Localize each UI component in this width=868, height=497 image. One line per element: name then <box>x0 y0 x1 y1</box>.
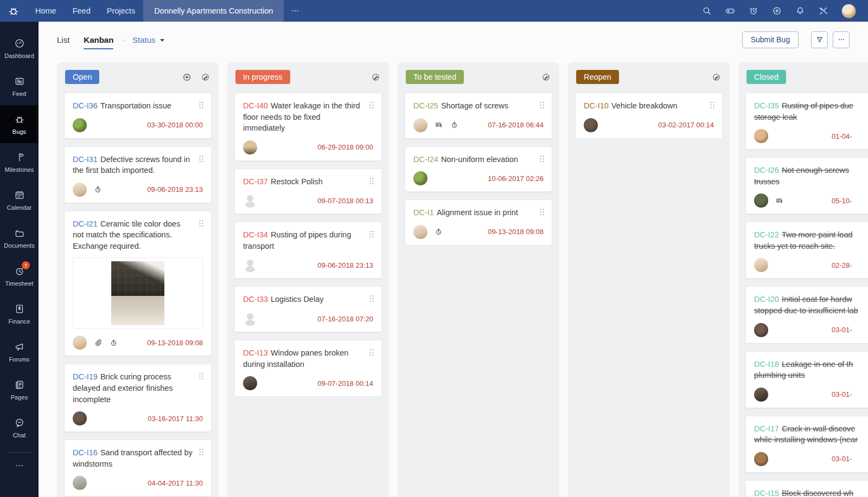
drag-handle-icon[interactable] <box>538 208 546 220</box>
bug-id-link[interactable]: DC-I26 <box>754 166 779 175</box>
bug-id-link[interactable]: DC-I1 <box>413 208 434 217</box>
bug-card[interactable]: DC-I40Water leakage in the third floor n… <box>234 93 382 161</box>
toolbar-separator: · <box>122 35 125 44</box>
more-options-button[interactable] <box>833 31 850 48</box>
user-avatar[interactable] <box>841 4 856 18</box>
bug-card[interactable]: DC-I10Vehicle breakdown03-02-2017 00:14 <box>575 93 723 139</box>
sidebar-item-forums[interactable]: Forums <box>0 333 39 371</box>
bug-card[interactable]: DC-I1Alignment issue in print09-13-2018 … <box>405 199 552 246</box>
bug-card[interactable]: DC-I21Ceramic tile color does not match … <box>64 211 212 357</box>
group-by-select[interactable]: Status <box>132 35 164 44</box>
bug-id-link[interactable]: DC-I10 <box>584 101 609 110</box>
nav-more-projects[interactable] <box>284 0 307 22</box>
sidebar-item-pages[interactable]: Pages <box>0 371 39 409</box>
bug-id-link[interactable]: DC-I34 <box>243 230 268 239</box>
bug-card[interactable]: DC-I25Shortage of screws07-16-2018 06:44 <box>405 93 552 139</box>
bug-card[interactable]: DC-I24Non-uniform elevation10-06-2017 02… <box>405 146 552 192</box>
bug-card[interactable]: DC-I13Window panes broken during install… <box>234 340 382 397</box>
nav-tab-feed[interactable]: Feed <box>65 0 99 22</box>
drag-handle-icon[interactable] <box>197 448 205 460</box>
bug-card[interactable]: DC-I26Not enough screws trusses05-10- <box>745 157 868 214</box>
sidebar-more[interactable] <box>0 455 39 476</box>
bug-card[interactable]: DC-I35Rusting of pipes due storage leak0… <box>745 93 868 150</box>
drag-handle-icon[interactable] <box>368 348 375 360</box>
nav-tab-projects[interactable]: Projects <box>99 0 143 22</box>
bug-card[interactable]: DC-I20Initial coat for hardw stopped due… <box>745 286 868 343</box>
bug-id-link[interactable]: DC-I13 <box>243 348 268 357</box>
bug-card-head: DC-I10Vehicle breakdown <box>584 100 714 112</box>
drag-handle-icon[interactable] <box>368 294 375 306</box>
bug-id-link[interactable]: DC-I17 <box>754 424 779 433</box>
column-status-badge: Closed <box>746 70 786 84</box>
sidebar-item-milestones[interactable]: Milestones <box>0 143 39 181</box>
assignee-avatar <box>754 129 768 143</box>
bug-id-link[interactable]: DC-I33 <box>243 295 268 304</box>
bug-id-link[interactable]: DC-I22 <box>754 230 779 239</box>
sidebar-item-chat[interactable]: Chat <box>0 409 39 447</box>
bug-id-link[interactable]: DC-I20 <box>754 295 779 304</box>
sidebar-item-timesheet[interactable]: 7Timesheet <box>0 257 39 295</box>
bug-card[interactable]: DC-I18Leakage in one of th plumbing unit… <box>745 351 868 408</box>
customize-icon[interactable] <box>200 72 210 82</box>
tools-icon[interactable] <box>818 5 829 16</box>
customize-icon[interactable] <box>541 72 551 82</box>
customize-icon[interactable] <box>371 72 381 82</box>
bug-id-link[interactable]: DC-I24 <box>413 155 438 164</box>
bug-id-link[interactable]: DC-I16 <box>73 448 98 457</box>
drag-handle-icon[interactable] <box>368 101 375 113</box>
notifications-icon[interactable] <box>795 5 806 16</box>
bug-card-footer: 03-02-2017 00:14 <box>584 118 714 132</box>
view-tab-kanban[interactable]: Kanban <box>84 35 113 44</box>
bug-card-footer: 03-01- <box>754 388 868 402</box>
assignee-avatar <box>584 118 598 132</box>
sidebar-item-feed[interactable]: Feed <box>0 67 39 105</box>
bug-attachment-preview[interactable] <box>73 257 203 329</box>
view-tab-list[interactable]: List <box>57 35 69 44</box>
bug-card[interactable]: DC-I37Restock Polish09-07-2018 00:13 <box>234 169 382 215</box>
nav-tab-home[interactable]: Home <box>27 0 65 22</box>
bug-id-link[interactable]: DC-I15 <box>754 489 779 497</box>
ellipsis-icon <box>14 460 25 471</box>
submit-bug-button[interactable]: Submit Bug <box>742 31 799 48</box>
bug-id-link[interactable]: DC-I35 <box>754 101 779 110</box>
drag-handle-icon[interactable] <box>538 154 546 166</box>
bug-card[interactable]: DC-I15Block discovered wh <box>745 480 868 497</box>
bug-id-link[interactable]: DC-I19 <box>73 372 98 381</box>
bug-card[interactable]: DC-I36Transportation issue03-30-2018 00:… <box>64 93 212 139</box>
drag-handle-icon[interactable] <box>368 230 375 242</box>
bug-id-link[interactable]: DC-I21 <box>73 220 98 228</box>
bug-id-link[interactable]: DC-I36 <box>73 101 98 110</box>
add-icon[interactable] <box>771 5 782 16</box>
drag-handle-icon[interactable] <box>197 219 205 231</box>
bug-id-link[interactable]: DC-I40 <box>243 101 268 110</box>
plus-icon[interactable] <box>182 72 192 82</box>
drag-handle-icon[interactable] <box>197 101 205 113</box>
bug-id-link[interactable]: DC-I37 <box>243 177 268 186</box>
sidebar-item-finance[interactable]: Finance <box>0 295 39 333</box>
drag-handle-icon[interactable] <box>538 101 546 113</box>
bug-card[interactable]: DC-I19Brick curing process delayed and e… <box>64 364 212 432</box>
drag-handle-icon[interactable] <box>197 372 205 384</box>
bug-card[interactable]: DC-I17Crack in wall discove while instal… <box>745 416 868 473</box>
bug-card[interactable]: DC-I22Two more paint load trucks yet to … <box>745 222 868 279</box>
alarm-icon[interactable] <box>748 5 759 16</box>
drag-handle-icon[interactable] <box>368 177 375 189</box>
customize-icon[interactable] <box>711 72 722 82</box>
filter-button[interactable] <box>811 31 828 48</box>
bug-card[interactable]: DC-I31Defective screws found in the firs… <box>64 146 212 203</box>
games-icon[interactable] <box>725 5 736 16</box>
drag-handle-icon[interactable] <box>709 101 716 113</box>
bug-id-link[interactable]: DC-I31 <box>73 155 98 164</box>
bug-id-link[interactable]: DC-I18 <box>754 360 779 369</box>
bug-card[interactable]: DC-I33Logistics Delay07-16-2018 07:20 <box>234 286 382 332</box>
bug-card[interactable]: DC-I34Rusting of pipes during transport0… <box>234 222 382 279</box>
drag-handle-icon[interactable] <box>197 154 205 166</box>
nav-tab-active-project[interactable]: Donnelly Apartments Construction <box>143 0 284 22</box>
bug-card[interactable]: DC-I16Sand transport affected by windsto… <box>64 440 212 496</box>
sidebar-item-bugs[interactable]: Bugs <box>0 105 39 143</box>
bug-id-link[interactable]: DC-I25 <box>413 101 438 110</box>
sidebar-item-dashboard[interactable]: Dashboard <box>0 29 39 67</box>
sidebar-item-calendar[interactable]: Calendar <box>0 181 39 219</box>
search-icon[interactable] <box>701 5 712 16</box>
sidebar-item-documents[interactable]: Documents <box>0 219 39 257</box>
